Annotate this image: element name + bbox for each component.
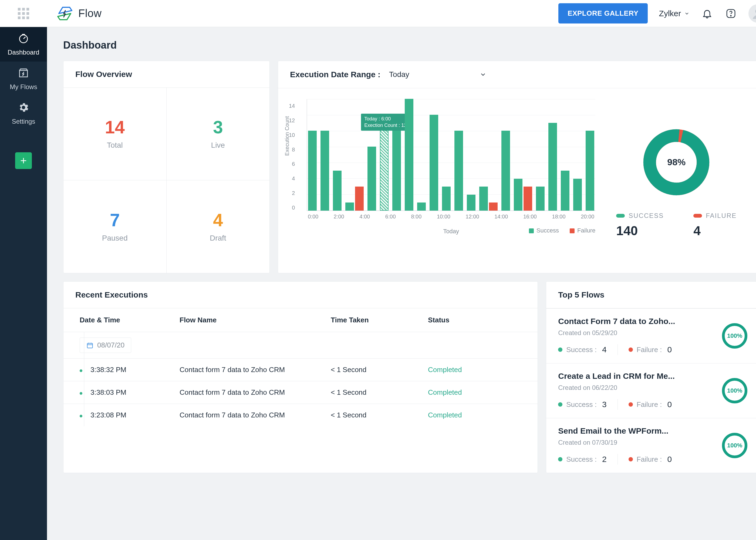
x-tick: 2:00 bbox=[334, 213, 344, 220]
flow-created: Created on 06/22/20 bbox=[558, 384, 721, 391]
bar-group[interactable] bbox=[320, 131, 329, 210]
cell-time: 3:38:03 PM bbox=[80, 388, 180, 397]
bar-group[interactable] bbox=[442, 187, 450, 210]
bar-group[interactable] bbox=[417, 202, 426, 210]
bar-group[interactable]: Today : 6:00Exection Count : 12 bbox=[380, 115, 389, 210]
flows-icon bbox=[18, 67, 30, 80]
bar-group[interactable] bbox=[536, 187, 545, 210]
bar-group[interactable] bbox=[405, 99, 413, 210]
bar-group[interactable] bbox=[501, 131, 510, 210]
bar-group[interactable] bbox=[548, 123, 557, 210]
org-switcher[interactable]: Zylker bbox=[659, 9, 690, 18]
col-time: Time Taken bbox=[331, 316, 428, 324]
col-status: Status bbox=[428, 316, 521, 324]
notifications-button[interactable] bbox=[701, 7, 713, 20]
explore-gallery-button[interactable]: EXPLORE GALLERY bbox=[559, 3, 648, 24]
bar-success bbox=[467, 195, 475, 210]
bar-success bbox=[561, 171, 569, 210]
x-tick bbox=[348, 213, 356, 220]
bar-group[interactable] bbox=[345, 187, 364, 210]
overview-cell-total[interactable]: 14Total bbox=[63, 88, 167, 180]
col-name: Flow Name bbox=[180, 316, 331, 324]
flow-success: Success :3 bbox=[558, 400, 606, 409]
overview-value: 3 bbox=[213, 118, 223, 136]
bar-group[interactable] bbox=[392, 131, 401, 210]
flow-success-ring: 100% bbox=[721, 432, 748, 459]
chevron-down-icon bbox=[684, 11, 690, 16]
new-flow-button[interactable] bbox=[15, 152, 32, 169]
bar-success bbox=[405, 99, 413, 210]
bar-group[interactable] bbox=[514, 179, 532, 210]
x-tick: 4:00 bbox=[359, 213, 370, 220]
help-icon bbox=[725, 8, 736, 19]
flow-success: Success :2 bbox=[558, 455, 606, 464]
product-name: Flow bbox=[78, 7, 101, 19]
table-row[interactable]: 3:38:03 PM Contact form 7 data to Zoho C… bbox=[63, 381, 538, 404]
top-flow-item[interactable]: Contact Form 7 data to Zoho... Created o… bbox=[546, 308, 756, 363]
cell-taken: < 1 Second bbox=[331, 388, 428, 397]
bar-group[interactable] bbox=[561, 171, 569, 210]
sidebar-item-settings[interactable]: Settings bbox=[0, 96, 47, 131]
overview-value: 14 bbox=[105, 118, 125, 136]
cell-taken: < 1 Second bbox=[331, 411, 428, 419]
calendar-icon bbox=[86, 342, 93, 349]
bar-group[interactable] bbox=[430, 115, 438, 210]
top-flow-item[interactable]: Create a Lead in CRM for Me... Created o… bbox=[546, 363, 756, 418]
cell-status: Completed bbox=[428, 365, 521, 374]
cell-name: Contact form 7 data to Zoho CRM bbox=[180, 365, 331, 374]
bar-group[interactable] bbox=[479, 187, 498, 210]
svg-point-0 bbox=[19, 35, 27, 43]
recent-executions-title: Recent Executions bbox=[63, 282, 538, 308]
x-tick: 10:00 bbox=[437, 213, 450, 220]
bar-success bbox=[392, 131, 401, 210]
x-tick bbox=[483, 213, 491, 220]
x-tick bbox=[374, 213, 382, 220]
execution-range-label: Execution Date Range : bbox=[290, 70, 380, 79]
bar-group[interactable] bbox=[467, 195, 475, 210]
bar-group[interactable] bbox=[586, 131, 594, 210]
x-tick: 18:00 bbox=[552, 213, 566, 220]
bar-group[interactable] bbox=[454, 131, 463, 210]
cell-name: Contact form 7 data to Zoho CRM bbox=[180, 388, 331, 397]
bar-group[interactable] bbox=[573, 179, 582, 210]
sidebar-item-my-flows[interactable]: My Flows bbox=[0, 62, 47, 96]
bar-success bbox=[454, 131, 463, 210]
overview-label: Paused bbox=[102, 234, 128, 242]
flow-name: Contact Form 7 data to Zoho... bbox=[558, 317, 721, 326]
bar-failure bbox=[489, 202, 498, 210]
x-tick: 14:00 bbox=[494, 213, 508, 220]
bar-group[interactable] bbox=[367, 147, 376, 210]
flow-created: Created on 07/30/19 bbox=[558, 439, 721, 446]
svg-point-4 bbox=[731, 15, 731, 16]
bar-group[interactable] bbox=[308, 131, 317, 210]
table-row[interactable]: 3:23:08 PM Contact form 7 data to Zoho C… bbox=[63, 404, 538, 426]
flow-overview-title: Flow Overview bbox=[63, 61, 270, 88]
avatar-icon bbox=[751, 7, 756, 20]
x-tick: 8:00 bbox=[411, 213, 422, 220]
apps-grid-button[interactable] bbox=[0, 0, 47, 27]
bar-group[interactable] bbox=[333, 171, 341, 210]
avatar-button[interactable] bbox=[748, 4, 756, 23]
bar-success bbox=[308, 131, 317, 210]
success-count: 140 bbox=[616, 223, 638, 238]
sidebar-item-dashboard[interactable]: Dashboard bbox=[0, 27, 47, 62]
overview-cell-paused[interactable]: 7Paused bbox=[63, 180, 167, 273]
success-label: SUCCESS bbox=[616, 212, 664, 219]
bar-success bbox=[442, 187, 450, 210]
bar-failure bbox=[355, 187, 364, 210]
table-row[interactable]: 3:38:32 PM Contact form 7 data to Zoho C… bbox=[63, 358, 538, 381]
x-tick bbox=[512, 213, 520, 220]
flow-failure: Failure :0 bbox=[629, 400, 672, 409]
flow-logo-icon bbox=[56, 6, 73, 21]
x-tick bbox=[454, 213, 462, 220]
date-range-select[interactable]: Today bbox=[389, 69, 486, 80]
overview-cell-live[interactable]: 3Live bbox=[167, 88, 270, 180]
x-tick: 6:00 bbox=[385, 213, 396, 220]
top-flow-item[interactable]: Send Email to the WPForm... Created on 0… bbox=[546, 418, 756, 473]
x-tick bbox=[322, 213, 330, 220]
bar-success bbox=[501, 131, 510, 210]
top-flows-title: Top 5 Flows bbox=[546, 282, 756, 308]
help-button[interactable] bbox=[725, 7, 737, 20]
flow-success-ring: 100% bbox=[721, 377, 748, 404]
overview-cell-draft[interactable]: 4Draft bbox=[167, 180, 270, 273]
